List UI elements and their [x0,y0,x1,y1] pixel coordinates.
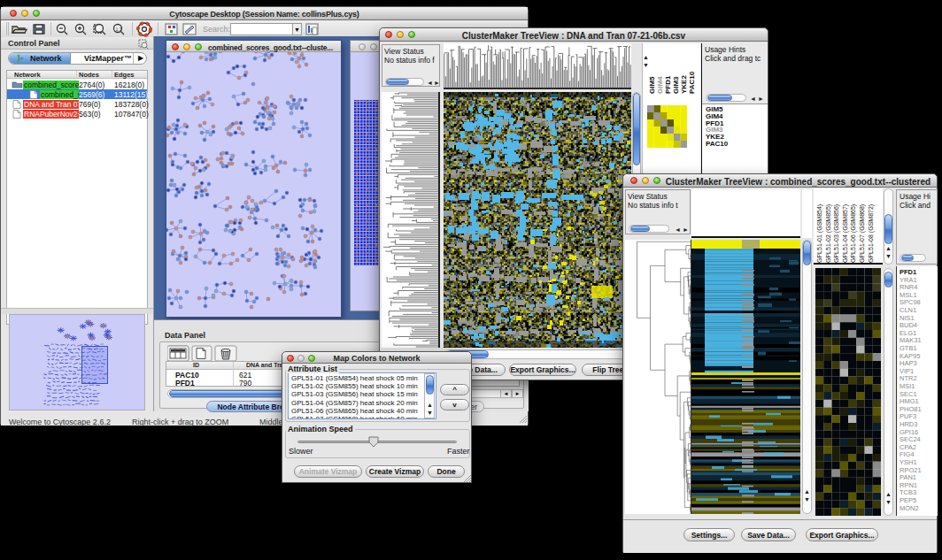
svg-text:1:1: 1:1 [116,27,122,32]
